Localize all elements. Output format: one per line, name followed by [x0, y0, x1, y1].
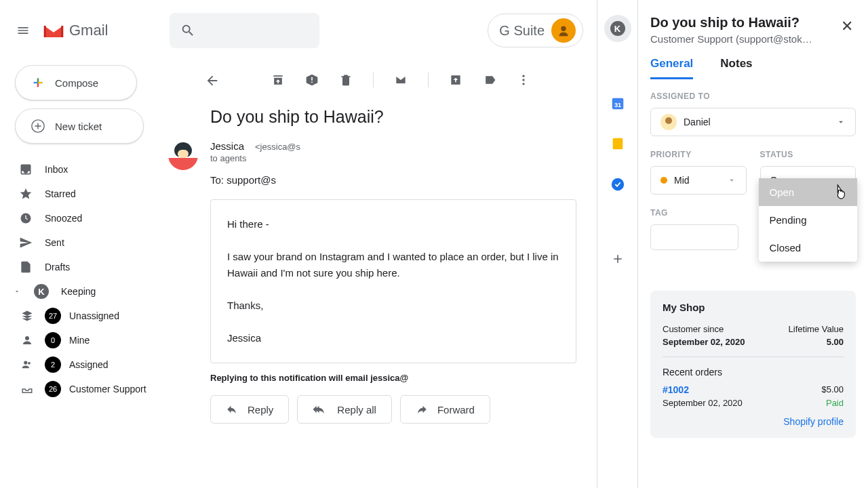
svg-point-6 [522, 75, 524, 77]
nav-mine[interactable]: 0Mine [0, 328, 170, 352]
reply-all-button[interactable]: Reply all [297, 395, 392, 424]
clock-icon [19, 211, 33, 225]
priority-select[interactable]: Mid [650, 166, 747, 195]
chevron-down-icon [14, 286, 22, 297]
new-ticket-button[interactable]: New ticket [15, 108, 144, 144]
panel-title: Do you ship to Hawaii? [650, 15, 812, 30]
nav-unassigned[interactable]: 27Unassigned [0, 304, 170, 328]
svg-point-7 [522, 79, 524, 81]
tab-notes[interactable]: Notes [720, 57, 752, 79]
person-icon [20, 333, 34, 347]
nav-assigned[interactable]: 2Assigned [0, 352, 170, 377]
order-link[interactable]: #1002 [663, 384, 689, 395]
priority-label: PRIORITY [650, 150, 747, 159]
compose-label: Compose [55, 77, 98, 89]
mark-unread-icon[interactable] [394, 73, 408, 87]
to-agents-label: to agents [210, 153, 300, 163]
status-option-closed[interactable]: Closed [759, 234, 858, 262]
shop-title: My Shop [663, 302, 844, 313]
drafts-icon [19, 260, 33, 274]
svg-point-8 [522, 83, 524, 85]
label-icon[interactable] [483, 73, 496, 87]
svg-point-5 [561, 26, 566, 31]
svg-text:31: 31 [614, 102, 620, 108]
shop-card: My Shop Customer sinceLifetime Value Sep… [650, 291, 856, 438]
gmail-label: Gmail [69, 22, 108, 39]
tab-general[interactable]: General [650, 57, 693, 79]
nav-sent[interactable]: Sent [0, 230, 170, 255]
sender-email: <jessica@s [255, 142, 300, 152]
priority-dot-icon [660, 177, 667, 184]
compose-button[interactable]: Compose [15, 65, 137, 100]
search-input[interactable] [170, 13, 319, 48]
assignee-select[interactable]: Daniel [650, 108, 856, 136]
inbox-icon [19, 163, 33, 176]
keeping-icon: K [34, 284, 49, 299]
star-icon [19, 187, 33, 201]
tag-input[interactable] [650, 224, 738, 250]
status-label: STATUS [760, 150, 856, 159]
email-body: Hi there - I saw your brand on Instagram… [210, 199, 576, 363]
recent-orders-label: Recent orders [663, 367, 844, 378]
close-icon[interactable]: ✕ [838, 15, 856, 38]
chevron-down-icon [727, 176, 736, 185]
shopify-profile-link[interactable]: Shopify profile [663, 416, 844, 427]
search-icon [180, 23, 195, 38]
nav-inbox[interactable]: Inbox [0, 157, 170, 182]
svg-rect-11 [612, 138, 623, 150]
user-avatar[interactable] [551, 18, 576, 43]
gmail-logo[interactable]: Gmail [42, 22, 108, 39]
nav-customer-support[interactable]: 26Customer Support [0, 377, 170, 401]
more-icon[interactable] [517, 73, 530, 87]
move-icon[interactable] [449, 73, 462, 87]
svg-point-3 [24, 361, 27, 364]
status-dropdown: Open Pending Closed [759, 178, 858, 262]
nav-keeping[interactable]: K Keeping [0, 279, 170, 304]
rail-keep-icon[interactable] [604, 130, 631, 157]
spam-icon[interactable] [305, 73, 319, 87]
gsuite-badge[interactable]: G Suite [488, 14, 583, 47]
svg-point-4 [28, 362, 31, 365]
rail-add-icon[interactable] [604, 245, 631, 272]
email-subject: Do you ship to Hawaii? [210, 99, 576, 136]
svg-point-2 [25, 336, 29, 340]
send-icon [19, 236, 33, 249]
nav-snoozed[interactable]: Snoozed [0, 206, 170, 230]
nav-starred[interactable]: Starred [0, 182, 170, 206]
delete-icon[interactable] [339, 73, 353, 87]
to-line: To: support@s [210, 174, 300, 186]
assigned-to-label: ASSIGNED TO [650, 92, 856, 101]
rail-tasks-icon[interactable] [604, 171, 631, 198]
tray-icon [20, 382, 34, 396]
new-ticket-label: New ticket [55, 121, 102, 132]
sender-name: Jessica [210, 140, 244, 152]
order-status-badge: Paid [826, 398, 844, 408]
reply-notification-note: Replying to this notification will email… [210, 373, 576, 383]
hamburger-menu[interactable] [9, 17, 37, 44]
status-option-pending[interactable]: Pending [759, 206, 858, 234]
panel-subtitle: Customer Support (support@stok… [650, 33, 812, 45]
back-icon[interactable] [205, 73, 218, 87]
people-icon [20, 358, 34, 371]
chevron-down-icon [836, 117, 846, 127]
assignee-avatar [660, 114, 677, 130]
reply-button[interactable]: Reply [210, 395, 289, 424]
nav-drafts[interactable]: Drafts [0, 255, 170, 279]
rail-calendar-icon[interactable]: 31 [604, 89, 631, 117]
rail-keeping-icon[interactable]: K [604, 15, 631, 42]
archive-icon[interactable] [271, 73, 285, 87]
svg-point-12 [611, 178, 623, 190]
sender-avatar [168, 140, 198, 170]
stack-icon [20, 309, 34, 323]
forward-button[interactable]: Forward [400, 395, 490, 424]
status-option-open[interactable]: Open [759, 178, 858, 206]
